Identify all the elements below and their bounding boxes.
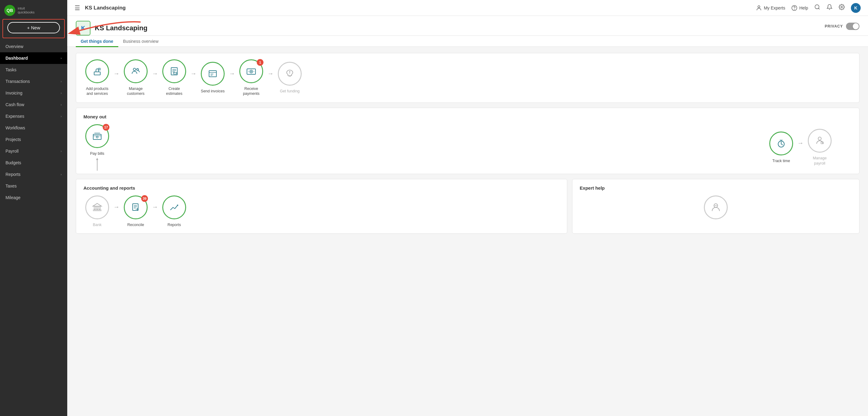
wf-label-pay-bills: Pay bills: [90, 151, 104, 156]
svg-point-7: [133, 68, 136, 71]
my-experts-button[interactable]: My Experts: [756, 5, 785, 11]
wf-circle-reconcile: 39: [124, 196, 148, 219]
svg-point-2: [794, 9, 795, 9]
wf-send-invoices[interactable]: Send invoices: [199, 62, 226, 94]
sidebar-item-workflows[interactable]: Workflows: [0, 122, 67, 134]
svg-rect-35: [94, 206, 95, 209]
person-icon: [756, 5, 762, 11]
track-time-icon: [776, 138, 787, 149]
svg-point-0: [758, 5, 760, 8]
wf-create-estimates[interactable]: Createestimates: [160, 59, 188, 96]
get-funding-icon: [284, 68, 295, 79]
user-avatar[interactable]: K: [851, 3, 861, 13]
page-content: K KS Landscaping PRIVACY Get things done…: [67, 16, 868, 416]
main-area: ☰ KS Landscaping My Experts Help: [67, 0, 868, 416]
svg-rect-37: [99, 206, 100, 209]
sidebar-item-mileage[interactable]: Mileage: [0, 192, 67, 203]
privacy-toggle[interactable]: PRIVACY: [825, 23, 860, 30]
sidebar-item-expenses[interactable]: Expenses ›: [0, 111, 67, 122]
accounting-section: Accounting and reports: [76, 179, 567, 234]
add-products-icon: [92, 66, 103, 77]
tabs-container: Get things done Business overview: [67, 36, 868, 47]
chevron-right-icon: ›: [61, 114, 62, 118]
wf-circle-track-time: [769, 131, 793, 155]
privacy-toggle-track[interactable]: [846, 23, 860, 30]
tabs-row: Get things done Business overview: [76, 36, 860, 47]
logo-product-text: quickbooks: [18, 10, 34, 14]
money-in-section: Add productsand services →: [76, 53, 860, 103]
wf-add-products[interactable]: Add productsand services: [84, 59, 111, 96]
sidebar-logo: QB intuit quickbooks: [0, 0, 67, 19]
tab-business-overview[interactable]: Business overview: [118, 36, 163, 47]
wf-label-create-estimates: Createestimates: [166, 86, 183, 96]
wf-manage-customers[interactable]: Managecustomers: [122, 59, 150, 96]
svg-point-18: [250, 70, 253, 73]
bell-icon[interactable]: [827, 4, 833, 11]
wf-bank[interactable]: Bank: [84, 196, 111, 227]
sidebar-item-budgets[interactable]: Budgets: [0, 157, 67, 169]
arrow-icon-2: →: [152, 70, 158, 77]
sidebar-item-cashflow[interactable]: Cash flow ›: [0, 99, 67, 111]
chevron-right-icon: ›: [61, 91, 62, 95]
create-estimates-icon: [169, 66, 180, 77]
svg-rect-14: [209, 71, 216, 77]
track-manage-row: Track time →: [768, 129, 834, 166]
receive-payments-icon: [246, 66, 257, 77]
chevron-right-icon: ›: [61, 103, 62, 107]
hamburger-icon[interactable]: ☰: [74, 4, 80, 11]
sidebar-item-transactions[interactable]: Transactions ›: [0, 76, 67, 87]
pay-bills-icon: [92, 130, 103, 142]
wf-circle-manage-customers: [124, 59, 148, 83]
reconcile-badge: 39: [141, 195, 148, 202]
wf-label-manage-payroll: Managepayroll: [813, 156, 827, 166]
svg-rect-6: [94, 72, 100, 75]
sidebar-item-overview[interactable]: Overview: [0, 41, 67, 52]
sidebar-item-invoicing[interactable]: Invoicing ›: [0, 87, 67, 99]
wf-get-funding[interactable]: Get funding: [276, 62, 304, 94]
sidebar-item-taxes[interactable]: Taxes: [0, 180, 67, 192]
wf-manage-payroll[interactable]: Managepayroll: [806, 129, 834, 166]
qb-logo-icon: QB: [4, 5, 15, 16]
chevron-right-icon: ›: [61, 56, 62, 60]
pay-bills-column: 17 Pay bills: [84, 124, 111, 171]
topbar-company-name: KS Landscaping: [85, 5, 126, 11]
wf-circle-expert: [704, 196, 728, 219]
accounting-title: Accounting and reports: [84, 185, 560, 190]
wf-label-bank: Bank: [93, 222, 102, 227]
sidebar-item-tasks[interactable]: Tasks: [0, 64, 67, 76]
tab-get-things-done[interactable]: Get things done: [76, 36, 118, 47]
company-name-heading: KS Landscaping: [95, 24, 147, 32]
wf-expert-help[interactable]: [580, 196, 852, 219]
svg-marker-34: [93, 203, 101, 206]
vert-line-pay-bills: ▲: [97, 158, 97, 171]
wf-circle-get-funding: [278, 62, 302, 86]
svg-point-31: [818, 137, 821, 140]
sidebar-item-dashboard[interactable]: Dashboard ›: [0, 52, 67, 64]
arrow-accounting-1: →: [114, 203, 120, 210]
arrow-icon-track: →: [797, 140, 804, 147]
sidebar-item-payroll[interactable]: Payroll ›: [0, 145, 67, 157]
expert-help-title: Expert help: [580, 185, 852, 190]
topbar-right: My Experts Help K: [756, 3, 861, 13]
wf-circle-manage-payroll: [808, 129, 832, 153]
help-button[interactable]: Help: [791, 5, 808, 11]
topbar: ☰ KS Landscaping My Experts Help: [67, 0, 868, 16]
dashboard-inner: Add productsand services →: [67, 47, 868, 240]
chevron-right-icon: ›: [61, 173, 62, 176]
wf-reconcile[interactable]: 39 Reconcile: [122, 196, 150, 227]
sidebar-item-reports[interactable]: Reports ›: [0, 169, 67, 180]
search-icon[interactable]: [814, 4, 820, 11]
settings-icon[interactable]: [839, 4, 845, 11]
wf-track-time[interactable]: Track time: [768, 131, 795, 164]
sidebar-item-projects[interactable]: Projects: [0, 134, 67, 145]
money-out-row: 17 Pay bills: [84, 124, 852, 171]
wf-reports[interactable]: Reports: [160, 196, 188, 227]
wf-receive-payments[interactable]: 1 Receivepayments: [238, 59, 265, 96]
wf-circle-create-estimates: [162, 59, 186, 83]
wf-circle-send-invoices: [201, 62, 225, 86]
wf-pay-bills[interactable]: 17 Pay bills: [84, 124, 111, 156]
new-button-wrapper: + New: [2, 19, 65, 38]
chevron-right-icon: ›: [61, 80, 62, 83]
new-button[interactable]: + New: [7, 22, 60, 33]
wf-circle-pay-bills: 17: [85, 124, 109, 148]
